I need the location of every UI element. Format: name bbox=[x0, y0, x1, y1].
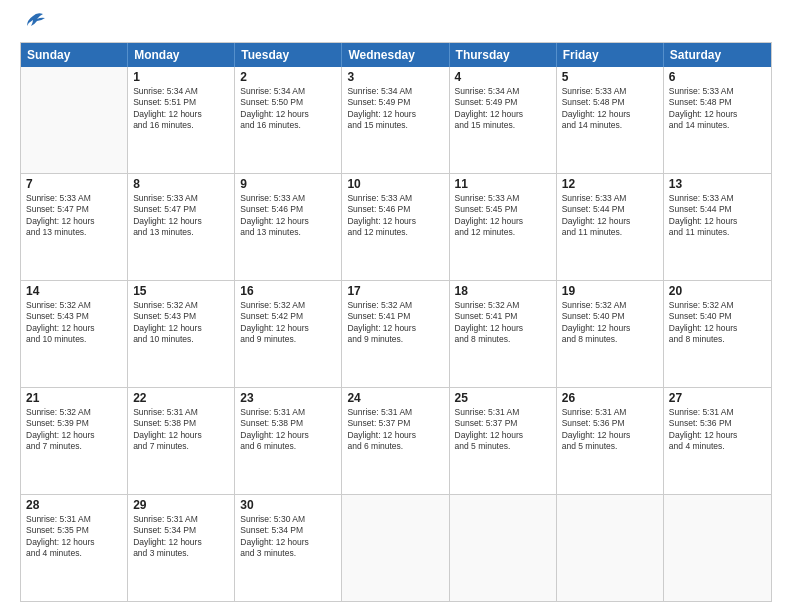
calendar-row-2: 14Sunrise: 5:32 AM Sunset: 5:43 PM Dayli… bbox=[21, 280, 771, 387]
day-number: 1 bbox=[133, 70, 229, 84]
calendar-cell: 10Sunrise: 5:33 AM Sunset: 5:46 PM Dayli… bbox=[342, 174, 449, 280]
day-info: Sunrise: 5:33 AM Sunset: 5:47 PM Dayligh… bbox=[26, 193, 122, 239]
calendar-cell: 25Sunrise: 5:31 AM Sunset: 5:37 PM Dayli… bbox=[450, 388, 557, 494]
day-info: Sunrise: 5:32 AM Sunset: 5:41 PM Dayligh… bbox=[455, 300, 551, 346]
day-info: Sunrise: 5:32 AM Sunset: 5:42 PM Dayligh… bbox=[240, 300, 336, 346]
day-number: 19 bbox=[562, 284, 658, 298]
day-number: 15 bbox=[133, 284, 229, 298]
day-info: Sunrise: 5:33 AM Sunset: 5:46 PM Dayligh… bbox=[240, 193, 336, 239]
day-info: Sunrise: 5:34 AM Sunset: 5:49 PM Dayligh… bbox=[347, 86, 443, 132]
day-info: Sunrise: 5:31 AM Sunset: 5:34 PM Dayligh… bbox=[133, 514, 229, 560]
calendar-cell: 24Sunrise: 5:31 AM Sunset: 5:37 PM Dayli… bbox=[342, 388, 449, 494]
calendar-body: 1Sunrise: 5:34 AM Sunset: 5:51 PM Daylig… bbox=[21, 67, 771, 601]
day-number: 20 bbox=[669, 284, 766, 298]
day-info: Sunrise: 5:34 AM Sunset: 5:51 PM Dayligh… bbox=[133, 86, 229, 132]
logo bbox=[20, 16, 45, 32]
day-number: 28 bbox=[26, 498, 122, 512]
calendar-cell: 30Sunrise: 5:30 AM Sunset: 5:34 PM Dayli… bbox=[235, 495, 342, 601]
calendar-cell: 21Sunrise: 5:32 AM Sunset: 5:39 PM Dayli… bbox=[21, 388, 128, 494]
day-info: Sunrise: 5:33 AM Sunset: 5:48 PM Dayligh… bbox=[562, 86, 658, 132]
calendar-row-0: 1Sunrise: 5:34 AM Sunset: 5:51 PM Daylig… bbox=[21, 67, 771, 173]
day-info: Sunrise: 5:33 AM Sunset: 5:45 PM Dayligh… bbox=[455, 193, 551, 239]
day-number: 21 bbox=[26, 391, 122, 405]
day-info: Sunrise: 5:30 AM Sunset: 5:34 PM Dayligh… bbox=[240, 514, 336, 560]
calendar-cell: 6Sunrise: 5:33 AM Sunset: 5:48 PM Daylig… bbox=[664, 67, 771, 173]
day-info: Sunrise: 5:33 AM Sunset: 5:48 PM Dayligh… bbox=[669, 86, 766, 132]
day-info: Sunrise: 5:31 AM Sunset: 5:38 PM Dayligh… bbox=[133, 407, 229, 453]
calendar-cell: 5Sunrise: 5:33 AM Sunset: 5:48 PM Daylig… bbox=[557, 67, 664, 173]
day-number: 13 bbox=[669, 177, 766, 191]
day-number: 7 bbox=[26, 177, 122, 191]
day-info: Sunrise: 5:31 AM Sunset: 5:37 PM Dayligh… bbox=[455, 407, 551, 453]
calendar-row-4: 28Sunrise: 5:31 AM Sunset: 5:35 PM Dayli… bbox=[21, 494, 771, 601]
day-number: 4 bbox=[455, 70, 551, 84]
calendar-cell: 18Sunrise: 5:32 AM Sunset: 5:41 PM Dayli… bbox=[450, 281, 557, 387]
day-number: 12 bbox=[562, 177, 658, 191]
calendar-row-1: 7Sunrise: 5:33 AM Sunset: 5:47 PM Daylig… bbox=[21, 173, 771, 280]
day-number: 11 bbox=[455, 177, 551, 191]
calendar-cell bbox=[21, 67, 128, 173]
day-number: 8 bbox=[133, 177, 229, 191]
day-number: 2 bbox=[240, 70, 336, 84]
calendar-cell: 20Sunrise: 5:32 AM Sunset: 5:40 PM Dayli… bbox=[664, 281, 771, 387]
day-number: 10 bbox=[347, 177, 443, 191]
header-day-monday: Monday bbox=[128, 43, 235, 67]
day-info: Sunrise: 5:32 AM Sunset: 5:39 PM Dayligh… bbox=[26, 407, 122, 453]
day-number: 5 bbox=[562, 70, 658, 84]
header-day-saturday: Saturday bbox=[664, 43, 771, 67]
day-number: 29 bbox=[133, 498, 229, 512]
calendar-cell: 28Sunrise: 5:31 AM Sunset: 5:35 PM Dayli… bbox=[21, 495, 128, 601]
calendar-cell bbox=[450, 495, 557, 601]
header-day-wednesday: Wednesday bbox=[342, 43, 449, 67]
page: SundayMondayTuesdayWednesdayThursdayFrid… bbox=[0, 0, 792, 612]
calendar-cell: 17Sunrise: 5:32 AM Sunset: 5:41 PM Dayli… bbox=[342, 281, 449, 387]
header-day-tuesday: Tuesday bbox=[235, 43, 342, 67]
calendar-cell: 2Sunrise: 5:34 AM Sunset: 5:50 PM Daylig… bbox=[235, 67, 342, 173]
calendar-header: SundayMondayTuesdayWednesdayThursdayFrid… bbox=[21, 43, 771, 67]
calendar-cell: 26Sunrise: 5:31 AM Sunset: 5:36 PM Dayli… bbox=[557, 388, 664, 494]
day-number: 18 bbox=[455, 284, 551, 298]
calendar-cell: 3Sunrise: 5:34 AM Sunset: 5:49 PM Daylig… bbox=[342, 67, 449, 173]
day-info: Sunrise: 5:32 AM Sunset: 5:40 PM Dayligh… bbox=[562, 300, 658, 346]
calendar-cell: 12Sunrise: 5:33 AM Sunset: 5:44 PM Dayli… bbox=[557, 174, 664, 280]
calendar-cell bbox=[557, 495, 664, 601]
header-day-sunday: Sunday bbox=[21, 43, 128, 67]
calendar-cell: 19Sunrise: 5:32 AM Sunset: 5:40 PM Dayli… bbox=[557, 281, 664, 387]
day-number: 14 bbox=[26, 284, 122, 298]
day-number: 30 bbox=[240, 498, 336, 512]
calendar-row-3: 21Sunrise: 5:32 AM Sunset: 5:39 PM Dayli… bbox=[21, 387, 771, 494]
day-number: 27 bbox=[669, 391, 766, 405]
day-info: Sunrise: 5:31 AM Sunset: 5:36 PM Dayligh… bbox=[669, 407, 766, 453]
calendar: SundayMondayTuesdayWednesdayThursdayFrid… bbox=[20, 42, 772, 602]
calendar-cell: 9Sunrise: 5:33 AM Sunset: 5:46 PM Daylig… bbox=[235, 174, 342, 280]
day-info: Sunrise: 5:33 AM Sunset: 5:44 PM Dayligh… bbox=[562, 193, 658, 239]
calendar-cell: 27Sunrise: 5:31 AM Sunset: 5:36 PM Dayli… bbox=[664, 388, 771, 494]
day-info: Sunrise: 5:31 AM Sunset: 5:35 PM Dayligh… bbox=[26, 514, 122, 560]
day-info: Sunrise: 5:32 AM Sunset: 5:40 PM Dayligh… bbox=[669, 300, 766, 346]
calendar-cell: 11Sunrise: 5:33 AM Sunset: 5:45 PM Dayli… bbox=[450, 174, 557, 280]
day-info: Sunrise: 5:32 AM Sunset: 5:43 PM Dayligh… bbox=[26, 300, 122, 346]
day-number: 26 bbox=[562, 391, 658, 405]
day-number: 6 bbox=[669, 70, 766, 84]
day-info: Sunrise: 5:34 AM Sunset: 5:50 PM Dayligh… bbox=[240, 86, 336, 132]
day-number: 9 bbox=[240, 177, 336, 191]
logo-bird-icon bbox=[23, 12, 45, 32]
day-number: 17 bbox=[347, 284, 443, 298]
header-day-thursday: Thursday bbox=[450, 43, 557, 67]
calendar-cell: 16Sunrise: 5:32 AM Sunset: 5:42 PM Dayli… bbox=[235, 281, 342, 387]
calendar-cell: 7Sunrise: 5:33 AM Sunset: 5:47 PM Daylig… bbox=[21, 174, 128, 280]
calendar-cell: 15Sunrise: 5:32 AM Sunset: 5:43 PM Dayli… bbox=[128, 281, 235, 387]
calendar-cell: 23Sunrise: 5:31 AM Sunset: 5:38 PM Dayli… bbox=[235, 388, 342, 494]
calendar-cell: 14Sunrise: 5:32 AM Sunset: 5:43 PM Dayli… bbox=[21, 281, 128, 387]
calendar-cell: 22Sunrise: 5:31 AM Sunset: 5:38 PM Dayli… bbox=[128, 388, 235, 494]
day-info: Sunrise: 5:33 AM Sunset: 5:44 PM Dayligh… bbox=[669, 193, 766, 239]
day-info: Sunrise: 5:33 AM Sunset: 5:47 PM Dayligh… bbox=[133, 193, 229, 239]
calendar-cell: 29Sunrise: 5:31 AM Sunset: 5:34 PM Dayli… bbox=[128, 495, 235, 601]
day-info: Sunrise: 5:32 AM Sunset: 5:43 PM Dayligh… bbox=[133, 300, 229, 346]
day-info: Sunrise: 5:34 AM Sunset: 5:49 PM Dayligh… bbox=[455, 86, 551, 132]
calendar-cell bbox=[342, 495, 449, 601]
day-number: 23 bbox=[240, 391, 336, 405]
header-day-friday: Friday bbox=[557, 43, 664, 67]
calendar-cell: 1Sunrise: 5:34 AM Sunset: 5:51 PM Daylig… bbox=[128, 67, 235, 173]
calendar-cell bbox=[664, 495, 771, 601]
